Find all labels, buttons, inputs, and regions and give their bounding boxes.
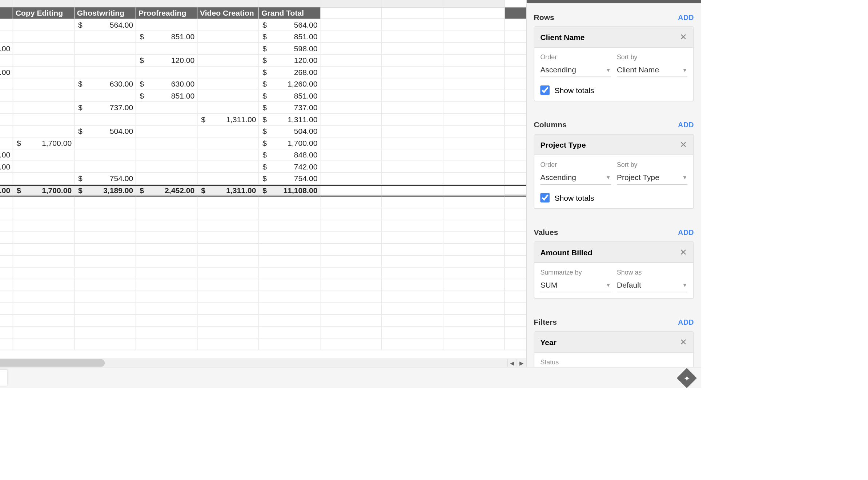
cell[interactable] xyxy=(197,220,259,232)
cell[interactable] xyxy=(443,208,505,220)
cell[interactable] xyxy=(259,327,321,338)
cell[interactable] xyxy=(321,315,382,326)
cell[interactable] xyxy=(382,0,443,7)
add-values-button[interactable]: ADD xyxy=(678,228,694,237)
cell[interactable] xyxy=(75,0,136,7)
cell[interactable] xyxy=(136,0,197,7)
cell[interactable] xyxy=(13,126,75,137)
cell[interactable] xyxy=(197,268,259,279)
cell[interactable] xyxy=(321,186,382,195)
cell[interactable] xyxy=(321,303,382,314)
cell[interactable] xyxy=(75,327,136,338)
cell[interactable]: $1,311.00 xyxy=(197,186,259,195)
cell[interactable] xyxy=(0,279,13,291)
cell[interactable] xyxy=(382,232,443,243)
cell[interactable] xyxy=(75,161,136,172)
cell[interactable] xyxy=(136,126,197,137)
cell[interactable]: $564.00 xyxy=(75,19,136,31)
cell[interactable]: $11,108.00 xyxy=(259,186,321,195)
cell[interactable] xyxy=(382,197,443,208)
cell[interactable] xyxy=(75,291,136,303)
cell[interactable] xyxy=(443,55,505,66)
cell[interactable] xyxy=(443,197,505,208)
cell[interactable] xyxy=(382,149,443,161)
cell[interactable] xyxy=(13,220,75,232)
cell[interactable] xyxy=(75,339,136,350)
cell[interactable]: $268.00 xyxy=(0,67,13,78)
cell[interactable]: $848.00 xyxy=(0,149,13,161)
cell[interactable]: $1,260.00 xyxy=(259,78,321,89)
cell[interactable] xyxy=(75,244,136,255)
cell[interactable] xyxy=(197,244,259,255)
cell[interactable] xyxy=(259,197,321,208)
cell[interactable] xyxy=(321,0,382,7)
cell[interactable]: $851.00 xyxy=(136,90,197,101)
cell[interactable]: $851.00 xyxy=(136,31,197,42)
remove-filters-field-icon[interactable]: ✕ xyxy=(680,337,687,347)
cell[interactable] xyxy=(321,327,382,338)
cell[interactable] xyxy=(321,31,382,42)
columns-sortby-select[interactable]: Project Type▼ xyxy=(617,171,687,185)
cell[interactable] xyxy=(197,291,259,303)
cell[interactable] xyxy=(75,303,136,314)
cell[interactable] xyxy=(321,43,382,54)
cell[interactable] xyxy=(321,279,382,291)
cell[interactable] xyxy=(136,268,197,279)
cell[interactable]: Proofreading xyxy=(136,7,197,19)
cell[interactable]: $742.00 xyxy=(0,161,13,172)
remove-values-field-icon[interactable]: ✕ xyxy=(680,247,687,257)
cell[interactable] xyxy=(13,114,75,125)
cell[interactable] xyxy=(13,31,75,42)
cell[interactable]: $1,700.00 xyxy=(13,186,75,195)
cell[interactable] xyxy=(321,55,382,66)
cell[interactable]: $848.00 xyxy=(259,149,321,161)
cell[interactable] xyxy=(0,90,13,101)
cell[interactable] xyxy=(136,149,197,161)
cell[interactable] xyxy=(0,232,13,243)
cell[interactable] xyxy=(13,19,75,31)
cell[interactable]: Video Creation xyxy=(197,7,259,19)
cell[interactable] xyxy=(75,43,136,54)
cell[interactable] xyxy=(197,149,259,161)
rows-order-select[interactable]: Ascending▼ xyxy=(540,63,611,77)
cell[interactable] xyxy=(197,232,259,243)
cell[interactable] xyxy=(136,303,197,314)
cell[interactable] xyxy=(443,19,505,31)
cell[interactable] xyxy=(259,244,321,255)
cell[interactable] xyxy=(197,0,259,7)
cell[interactable] xyxy=(13,339,75,350)
cell[interactable] xyxy=(136,114,197,125)
cell[interactable] xyxy=(0,197,13,208)
cell[interactable] xyxy=(321,126,382,137)
cell[interactable] xyxy=(75,67,136,78)
cell[interactable] xyxy=(13,67,75,78)
cell[interactable] xyxy=(382,173,443,184)
scroll-right-icon[interactable]: ▶ xyxy=(517,359,526,367)
cell[interactable] xyxy=(136,137,197,149)
cell[interactable] xyxy=(443,339,505,350)
cell[interactable] xyxy=(75,137,136,149)
cell[interactable] xyxy=(13,268,75,279)
cell[interactable] xyxy=(382,19,443,31)
cell[interactable]: $1,311.00 xyxy=(259,114,321,125)
cell[interactable] xyxy=(136,197,197,208)
cell[interactable] xyxy=(13,315,75,326)
cell[interactable]: $120.00 xyxy=(136,55,197,66)
cell[interactable] xyxy=(321,137,382,149)
cell[interactable]: $737.00 xyxy=(259,102,321,113)
cell[interactable]: Copy Editing xyxy=(13,7,75,19)
cell[interactable] xyxy=(443,256,505,267)
cell[interactable] xyxy=(259,315,321,326)
cell[interactable]: $1,700.00 xyxy=(13,137,75,149)
cell[interactable] xyxy=(136,67,197,78)
values-showas-select[interactable]: Default▼ xyxy=(617,278,687,292)
cell[interactable] xyxy=(0,256,13,267)
cell[interactable] xyxy=(13,279,75,291)
cell[interactable] xyxy=(13,43,75,54)
cell[interactable] xyxy=(136,244,197,255)
cell[interactable] xyxy=(443,78,505,89)
cell[interactable] xyxy=(0,244,13,255)
cell[interactable] xyxy=(13,90,75,101)
cell[interactable] xyxy=(443,43,505,54)
cell[interactable] xyxy=(321,268,382,279)
